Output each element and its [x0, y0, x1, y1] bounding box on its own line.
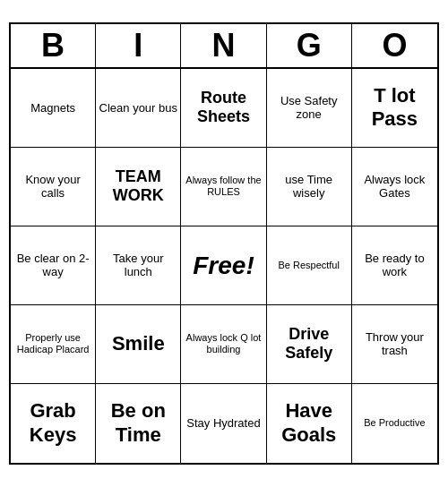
- bingo-cell-24[interactable]: Be Productive: [352, 384, 437, 463]
- bingo-cell-7[interactable]: Always follow the RULES: [181, 148, 266, 226]
- bingo-cell-4[interactable]: T lot Pass: [352, 69, 437, 148]
- bingo-cell-1[interactable]: Clean your bus: [96, 69, 181, 148]
- header-i: I: [96, 24, 181, 67]
- bingo-cell-2[interactable]: Route Sheets: [181, 69, 266, 148]
- bingo-cell-16[interactable]: Smile: [96, 305, 181, 384]
- bingo-cell-20[interactable]: Grab Keys: [11, 384, 96, 463]
- bingo-cell-0[interactable]: Magnets: [11, 69, 96, 148]
- bingo-cell-5[interactable]: Know your calls: [11, 148, 96, 226]
- header-b: B: [11, 24, 96, 67]
- bingo-cell-12[interactable]: Free!: [181, 226, 266, 305]
- bingo-cell-8[interactable]: use Time wisely: [267, 148, 352, 226]
- bingo-cell-6[interactable]: TEAM WORK: [96, 148, 181, 226]
- bingo-cell-9[interactable]: Always lock Gates: [352, 148, 437, 226]
- bingo-cell-13[interactable]: Be Respectful: [267, 226, 352, 305]
- bingo-card: B I N G O MagnetsClean your busRoute She…: [9, 22, 439, 465]
- bingo-cell-10[interactable]: Be clear on 2-way: [11, 226, 96, 305]
- bingo-cell-18[interactable]: Drive Safely: [267, 305, 352, 384]
- bingo-cell-19[interactable]: Throw your trash: [352, 305, 437, 384]
- bingo-header: B I N G O: [11, 24, 437, 69]
- bingo-cell-17[interactable]: Always lock Q lot building: [181, 305, 266, 384]
- bingo-cell-3[interactable]: Use Safety zone: [267, 69, 352, 148]
- header-n: N: [181, 24, 266, 67]
- bingo-cell-21[interactable]: Be on Time: [96, 384, 181, 463]
- header-g: G: [267, 24, 352, 67]
- header-o: O: [352, 24, 437, 67]
- bingo-cell-23[interactable]: Have Goals: [267, 384, 352, 463]
- bingo-cell-22[interactable]: Stay Hydrated: [181, 384, 266, 463]
- bingo-cell-15[interactable]: Properly use Hadicap Placard: [11, 305, 96, 384]
- bingo-cell-14[interactable]: Be ready to work: [352, 226, 437, 305]
- bingo-grid: MagnetsClean your busRoute SheetsUse Saf…: [11, 69, 437, 463]
- bingo-cell-11[interactable]: Take your lunch: [96, 226, 181, 305]
